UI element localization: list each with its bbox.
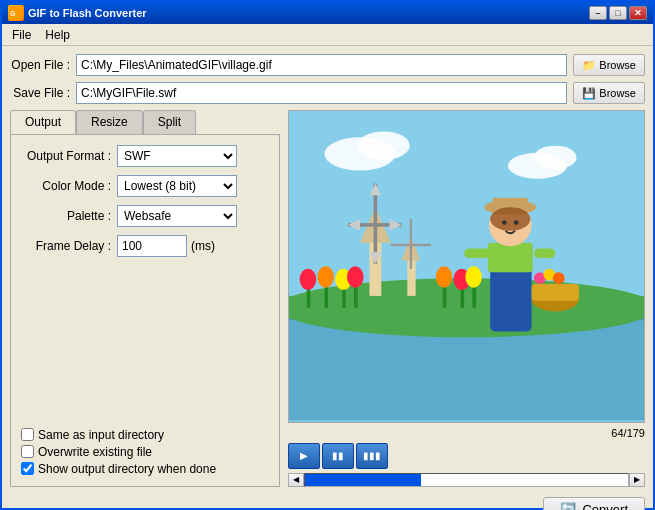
menu-help[interactable]: Help [39, 26, 76, 44]
stop-button[interactable]: ▮▮▮ [356, 443, 388, 469]
svg-point-33 [490, 207, 530, 231]
convert-label: Convert [582, 502, 628, 510]
svg-text:G: G [10, 10, 16, 17]
svg-rect-29 [534, 249, 555, 258]
save-file-input[interactable] [76, 82, 567, 104]
save-file-row: Save File : 💾 Browse [10, 82, 645, 104]
same-input-dir-row: Same as input directory [21, 428, 269, 442]
open-file-browse-button[interactable]: 📁 Browse [573, 54, 645, 76]
svg-rect-37 [532, 284, 579, 301]
open-file-row: Open File : 📁 Browse [10, 54, 645, 76]
maximize-button[interactable]: □ [609, 6, 627, 20]
svg-point-48 [300, 269, 317, 290]
palette-label: Palette : [21, 209, 111, 223]
palette-row: Palette : Websafe Adaptive Custom [21, 205, 269, 227]
progress-bar-container[interactable] [304, 473, 629, 487]
overwrite-existing-label[interactable]: Overwrite existing file [38, 445, 152, 459]
title-controls: – □ ✕ [589, 6, 647, 20]
open-file-input[interactable] [76, 54, 567, 76]
overwrite-existing-row: Overwrite existing file [21, 445, 269, 459]
preview-svg [289, 111, 644, 422]
same-input-dir-checkbox[interactable] [21, 428, 34, 441]
browse-label: Browse [599, 59, 636, 71]
title-bar: G GIF to Flash Converter – □ ✕ [2, 2, 653, 24]
convert-area: 🔄 Convert [10, 493, 645, 510]
convert-icon: 🔄 [560, 502, 576, 510]
bottom-area: Output Resize Split Output Format : SWF … [10, 110, 645, 487]
overwrite-existing-checkbox[interactable] [21, 445, 34, 458]
save-folder-icon: 💾 [582, 87, 596, 100]
svg-point-35 [514, 220, 519, 225]
svg-point-51 [347, 266, 364, 287]
main-content: Open File : 📁 Browse Save File : 💾 Brows… [2, 46, 653, 510]
left-panel: Output Resize Split Output Format : SWF … [10, 110, 280, 487]
frame-delay-label: Frame Delay : [21, 239, 111, 253]
preview-panel: 64/179 ▶ ▮▮ ▮▮▮ ◀ ▶ [288, 110, 645, 487]
show-output-dir-row: Show output directory when done [21, 462, 269, 476]
svg-point-52 [436, 266, 453, 287]
open-file-label: Open File : [10, 58, 70, 72]
menu-bar: File Help [2, 24, 653, 46]
scroll-right-button[interactable]: ▶ [629, 473, 645, 487]
svg-point-49 [317, 266, 334, 287]
tabs-header: Output Resize Split [10, 110, 280, 134]
progress-row: ◀ ▶ [288, 473, 645, 487]
svg-rect-28 [464, 249, 490, 258]
show-output-dir-label[interactable]: Show output directory when done [38, 462, 216, 476]
main-window: G GIF to Flash Converter – □ ✕ File Help… [0, 0, 655, 510]
output-format-label: Output Format : [21, 149, 111, 163]
save-file-label: Save File : [10, 86, 70, 100]
output-format-row: Output Format : SWF GIF AVI [21, 145, 269, 167]
frame-count: 64/179 [288, 427, 645, 439]
title-bar-left: G GIF to Flash Converter [8, 5, 147, 21]
save-file-browse-button[interactable]: 💾 Browse [573, 82, 645, 104]
tab-split[interactable]: Split [143, 110, 196, 134]
svg-point-6 [534, 146, 577, 170]
color-mode-row: Color Mode : Lowest (8 bit) Medium (16 b… [21, 175, 269, 197]
folder-icon: 📁 [582, 59, 596, 72]
color-mode-label: Color Mode : [21, 179, 111, 193]
play-button[interactable]: ▶ [288, 443, 320, 469]
tab-output[interactable]: Output [10, 110, 76, 134]
save-browse-label: Browse [599, 87, 636, 99]
tab-resize[interactable]: Resize [76, 110, 143, 134]
menu-file[interactable]: File [6, 26, 37, 44]
scroll-left-button[interactable]: ◀ [288, 473, 304, 487]
frame-delay-control: (ms) [117, 235, 215, 257]
pause-button[interactable]: ▮▮ [322, 443, 354, 469]
progress-bar-fill [305, 474, 421, 486]
svg-point-34 [502, 220, 507, 225]
svg-point-54 [465, 266, 482, 287]
tab-content: Output Format : SWF GIF AVI Color Mode :… [10, 134, 280, 487]
preview-image [288, 110, 645, 423]
minimize-button[interactable]: – [589, 6, 607, 20]
ms-label: (ms) [191, 239, 215, 253]
svg-point-40 [553, 272, 565, 284]
same-input-dir-label[interactable]: Same as input directory [38, 428, 164, 442]
output-format-select[interactable]: SWF GIF AVI [117, 145, 237, 167]
window-title: GIF to Flash Converter [28, 7, 147, 19]
checkbox-group: Same as input directory Overwrite existi… [21, 420, 269, 476]
player-controls: ▶ ▮▮ ▮▮▮ [288, 443, 645, 469]
palette-select[interactable]: Websafe Adaptive Custom [117, 205, 237, 227]
frame-delay-row: Frame Delay : (ms) [21, 235, 269, 257]
svg-rect-27 [488, 243, 533, 273]
color-mode-select[interactable]: Lowest (8 bit) Medium (16 bit) High (32 … [117, 175, 237, 197]
close-button[interactable]: ✕ [629, 6, 647, 20]
frame-delay-input[interactable] [117, 235, 187, 257]
convert-button[interactable]: 🔄 Convert [543, 497, 645, 510]
svg-point-4 [358, 131, 410, 159]
app-icon: G [8, 5, 24, 21]
show-output-dir-checkbox[interactable] [21, 462, 34, 475]
